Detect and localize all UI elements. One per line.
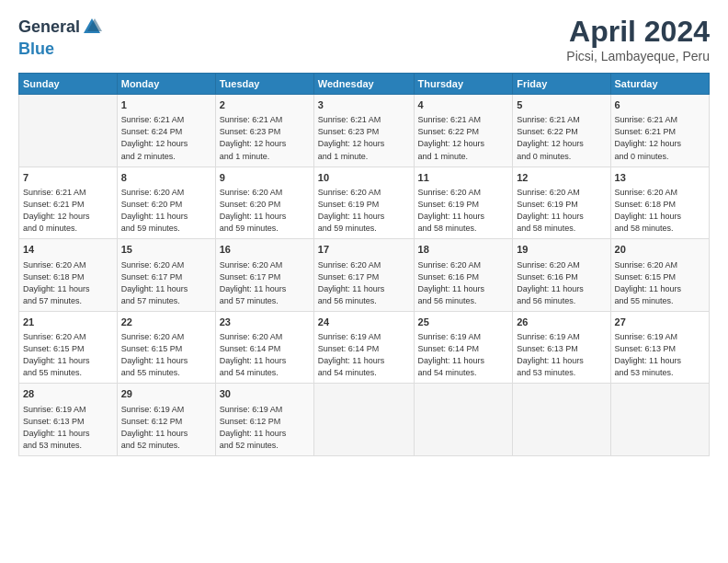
calendar-cell: 5Sunrise: 6:21 AM Sunset: 6:22 PM Daylig…	[513, 95, 610, 167]
day-info: Sunrise: 6:19 AM Sunset: 6:13 PM Dayligh…	[615, 331, 705, 379]
day-number: 25	[418, 316, 509, 329]
logo-icon	[82, 17, 102, 40]
day-number: 29	[121, 387, 211, 401]
calendar-cell: 21Sunrise: 6:20 AM Sunset: 6:15 PM Dayli…	[19, 311, 118, 384]
day-info: Sunrise: 6:21 AM Sunset: 6:22 PM Dayligh…	[517, 114, 606, 162]
day-info: Sunrise: 6:20 AM Sunset: 6:18 PM Dayligh…	[23, 259, 113, 307]
day-number: 26	[517, 316, 606, 329]
title-area: April 2024 Picsi, Lambayeque, Peru	[566, 15, 710, 63]
day-info: Sunrise: 6:20 AM Sunset: 6:20 PM Dayligh…	[220, 187, 310, 235]
day-number: 23	[220, 316, 310, 329]
day-number: 16	[220, 243, 310, 257]
calendar-cell: 23Sunrise: 6:20 AM Sunset: 6:14 PM Dayli…	[215, 311, 313, 384]
day-info: Sunrise: 6:20 AM Sunset: 6:15 PM Dayligh…	[121, 331, 211, 379]
day-info: Sunrise: 6:20 AM Sunset: 6:17 PM Dayligh…	[220, 259, 310, 307]
day-number: 4	[418, 98, 509, 112]
day-info: Sunrise: 6:21 AM Sunset: 6:21 PM Dayligh…	[615, 114, 705, 162]
day-info: Sunrise: 6:21 AM Sunset: 6:23 PM Dayligh…	[318, 114, 410, 162]
day-info: Sunrise: 6:19 AM Sunset: 6:12 PM Dayligh…	[220, 404, 310, 452]
location-title: Picsi, Lambayeque, Peru	[566, 49, 710, 63]
calendar-cell	[610, 384, 709, 456]
calendar-cell: 30Sunrise: 6:19 AM Sunset: 6:12 PM Dayli…	[215, 384, 313, 456]
logo-general: General	[18, 18, 80, 37]
calendar-week-5: 28Sunrise: 6:19 AM Sunset: 6:13 PM Dayli…	[19, 384, 710, 456]
day-number: 12	[517, 171, 606, 185]
day-number: 27	[615, 316, 705, 329]
calendar-cell	[513, 384, 610, 456]
calendar-week-1: 1Sunrise: 6:21 AM Sunset: 6:24 PM Daylig…	[19, 95, 710, 167]
calendar-week-2: 7Sunrise: 6:21 AM Sunset: 6:21 PM Daylig…	[19, 167, 710, 239]
col-thursday: Thursday	[414, 74, 513, 95]
day-number: 10	[318, 171, 410, 185]
day-number: 18	[418, 243, 509, 257]
calendar-cell: 13Sunrise: 6:20 AM Sunset: 6:18 PM Dayli…	[610, 167, 709, 239]
col-wednesday: Wednesday	[313, 74, 414, 95]
day-info: Sunrise: 6:20 AM Sunset: 6:19 PM Dayligh…	[318, 187, 410, 235]
day-number: 1	[121, 98, 211, 112]
day-number: 20	[615, 243, 705, 257]
day-info: Sunrise: 6:20 AM Sunset: 6:15 PM Dayligh…	[23, 331, 113, 379]
day-info: Sunrise: 6:20 AM Sunset: 6:16 PM Dayligh…	[517, 259, 606, 307]
day-number: 7	[23, 171, 113, 185]
day-info: Sunrise: 6:20 AM Sunset: 6:16 PM Dayligh…	[418, 259, 509, 307]
day-info: Sunrise: 6:20 AM Sunset: 6:17 PM Dayligh…	[121, 259, 211, 307]
calendar-cell: 16Sunrise: 6:20 AM Sunset: 6:17 PM Dayli…	[215, 239, 313, 312]
calendar-week-4: 21Sunrise: 6:20 AM Sunset: 6:15 PM Dayli…	[19, 311, 710, 384]
day-info: Sunrise: 6:20 AM Sunset: 6:18 PM Dayligh…	[615, 187, 705, 235]
logo-blue: Blue	[18, 40, 54, 58]
day-info: Sunrise: 6:21 AM Sunset: 6:23 PM Dayligh…	[220, 114, 310, 162]
day-info: Sunrise: 6:20 AM Sunset: 6:14 PM Dayligh…	[220, 331, 310, 379]
calendar-cell: 29Sunrise: 6:19 AM Sunset: 6:12 PM Dayli…	[117, 384, 215, 456]
calendar-cell: 20Sunrise: 6:20 AM Sunset: 6:15 PM Dayli…	[610, 239, 709, 312]
calendar-cell	[414, 384, 513, 456]
day-info: Sunrise: 6:19 AM Sunset: 6:13 PM Dayligh…	[517, 331, 606, 379]
day-info: Sunrise: 6:21 AM Sunset: 6:24 PM Dayligh…	[121, 114, 211, 162]
day-number: 22	[121, 316, 211, 329]
calendar-cell: 15Sunrise: 6:20 AM Sunset: 6:17 PM Dayli…	[117, 239, 215, 312]
day-info: Sunrise: 6:20 AM Sunset: 6:19 PM Dayligh…	[418, 187, 509, 235]
day-number: 3	[318, 98, 410, 112]
day-number: 11	[418, 171, 509, 185]
calendar-cell: 14Sunrise: 6:20 AM Sunset: 6:18 PM Dayli…	[19, 239, 118, 312]
day-info: Sunrise: 6:21 AM Sunset: 6:21 PM Dayligh…	[23, 187, 113, 235]
calendar-cell: 10Sunrise: 6:20 AM Sunset: 6:19 PM Dayli…	[313, 167, 414, 239]
calendar-cell: 4Sunrise: 6:21 AM Sunset: 6:22 PM Daylig…	[414, 95, 513, 167]
calendar-cell: 9Sunrise: 6:20 AM Sunset: 6:20 PM Daylig…	[215, 167, 313, 239]
day-number: 14	[23, 243, 113, 257]
calendar-cell: 6Sunrise: 6:21 AM Sunset: 6:21 PM Daylig…	[610, 95, 709, 167]
day-number: 30	[220, 387, 310, 401]
day-number: 5	[517, 98, 606, 112]
calendar-cell: 3Sunrise: 6:21 AM Sunset: 6:23 PM Daylig…	[313, 95, 414, 167]
header-row: Sunday Monday Tuesday Wednesday Thursday…	[19, 74, 710, 95]
day-number: 28	[23, 387, 113, 401]
calendar-cell: 25Sunrise: 6:19 AM Sunset: 6:14 PM Dayli…	[414, 311, 513, 384]
calendar-cell: 7Sunrise: 6:21 AM Sunset: 6:21 PM Daylig…	[19, 167, 118, 239]
col-sunday: Sunday	[19, 74, 118, 95]
header: General Blue April 2024 Picsi, Lambayequ…	[18, 15, 710, 63]
day-info: Sunrise: 6:20 AM Sunset: 6:15 PM Dayligh…	[615, 259, 705, 307]
day-info: Sunrise: 6:20 AM Sunset: 6:20 PM Dayligh…	[121, 187, 211, 235]
calendar-cell: 19Sunrise: 6:20 AM Sunset: 6:16 PM Dayli…	[513, 239, 610, 312]
logo: General Blue	[18, 15, 102, 59]
day-number: 21	[23, 316, 113, 329]
col-monday: Monday	[117, 74, 215, 95]
day-number: 2	[220, 98, 310, 112]
calendar-cell: 26Sunrise: 6:19 AM Sunset: 6:13 PM Dayli…	[513, 311, 610, 384]
day-number: 9	[220, 171, 310, 185]
day-info: Sunrise: 6:20 AM Sunset: 6:19 PM Dayligh…	[517, 187, 606, 235]
calendar-cell: 17Sunrise: 6:20 AM Sunset: 6:17 PM Dayli…	[313, 239, 414, 312]
calendar-cell: 2Sunrise: 6:21 AM Sunset: 6:23 PM Daylig…	[215, 95, 313, 167]
day-info: Sunrise: 6:19 AM Sunset: 6:14 PM Dayligh…	[418, 331, 509, 379]
month-title: April 2024	[566, 15, 710, 49]
calendar-cell: 22Sunrise: 6:20 AM Sunset: 6:15 PM Dayli…	[117, 311, 215, 384]
day-info: Sunrise: 6:21 AM Sunset: 6:22 PM Dayligh…	[418, 114, 509, 162]
col-saturday: Saturday	[610, 74, 709, 95]
day-number: 17	[318, 243, 410, 257]
calendar-cell: 24Sunrise: 6:19 AM Sunset: 6:14 PM Dayli…	[313, 311, 414, 384]
col-tuesday: Tuesday	[215, 74, 313, 95]
day-number: 19	[517, 243, 606, 257]
calendar-cell: 27Sunrise: 6:19 AM Sunset: 6:13 PM Dayli…	[610, 311, 709, 384]
day-number: 24	[318, 316, 410, 329]
calendar-cell: 11Sunrise: 6:20 AM Sunset: 6:19 PM Dayli…	[414, 167, 513, 239]
day-number: 6	[615, 98, 705, 112]
